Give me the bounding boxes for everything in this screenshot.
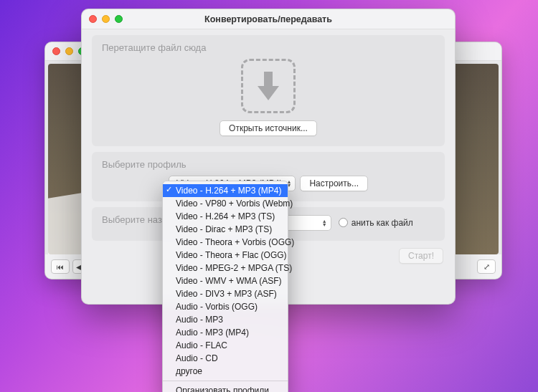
profile-option[interactable]: Video - Dirac + MP3 (TS): [163, 223, 288, 236]
profile-option[interactable]: Video - H.264 + MP3 (TS): [163, 210, 288, 223]
prev-button[interactable]: ⏮: [51, 259, 70, 274]
organize-profiles-option[interactable]: Организовать профили...: [163, 384, 288, 392]
save-as-file-label: анить как файл: [351, 218, 413, 228]
settings-button[interactable]: Настроить...: [300, 176, 368, 191]
profile-option[interactable]: Video - VP80 + Vorbis (Webm): [163, 197, 288, 210]
chevron-updown-icon: ▲▼: [322, 219, 327, 226]
close-icon[interactable]: [52, 47, 60, 55]
profile-option[interactable]: Video - DIV3 + MP3 (ASF): [163, 287, 288, 300]
dropdown-separator: [163, 381, 288, 381]
dialog-titlebar: [82, 9, 455, 29]
start-button[interactable]: Старт!: [399, 248, 443, 264]
profile-option[interactable]: Audio - Vorbis (OGG): [163, 300, 288, 313]
minimize-icon[interactable]: [65, 47, 73, 55]
profile-option[interactable]: Audio - MP3 (MP4): [163, 326, 288, 339]
profile-option[interactable]: Audio - MP3: [163, 313, 288, 326]
minimize-icon[interactable]: [102, 15, 110, 23]
radio-icon: [339, 218, 348, 227]
download-arrow-icon: [254, 70, 283, 102]
profile-option[interactable]: Video - Theora + Vorbis (OGG): [163, 236, 288, 249]
profile-option[interactable]: Video - MPEG-2 + MPGA (TS): [163, 262, 288, 274]
open-source-button[interactable]: Открыть источник...: [220, 120, 317, 136]
profile-option[interactable]: Audio - FLAC: [163, 339, 288, 352]
profile-option[interactable]: Audio - CD: [163, 352, 288, 365]
profile-option[interactable]: Video - WMV + WMA (ASF): [163, 274, 288, 287]
save-as-file-radio[interactable]: анить как файл: [339, 218, 413, 228]
close-icon[interactable]: [89, 15, 97, 23]
dropzone[interactable]: [241, 59, 296, 113]
profile-option[interactable]: другое: [163, 365, 288, 378]
fullscreen-button[interactable]: ⤢: [477, 259, 496, 274]
profile-option[interactable]: Video - Theora + Flac (OGG): [163, 249, 288, 262]
drop-section-label: Перетащите файл сюда: [102, 42, 435, 53]
drop-section: Перетащите файл сюда Открыть источник...: [92, 35, 445, 146]
profile-option[interactable]: Video - H.264 + MP3 (MP4): [163, 184, 288, 197]
maximize-icon[interactable]: [115, 15, 123, 23]
profile-section-label: Выберите профиль: [102, 159, 435, 170]
profile-dropdown[interactable]: Video - H.264 + MP3 (MP4)Video - VP80 + …: [162, 181, 288, 392]
